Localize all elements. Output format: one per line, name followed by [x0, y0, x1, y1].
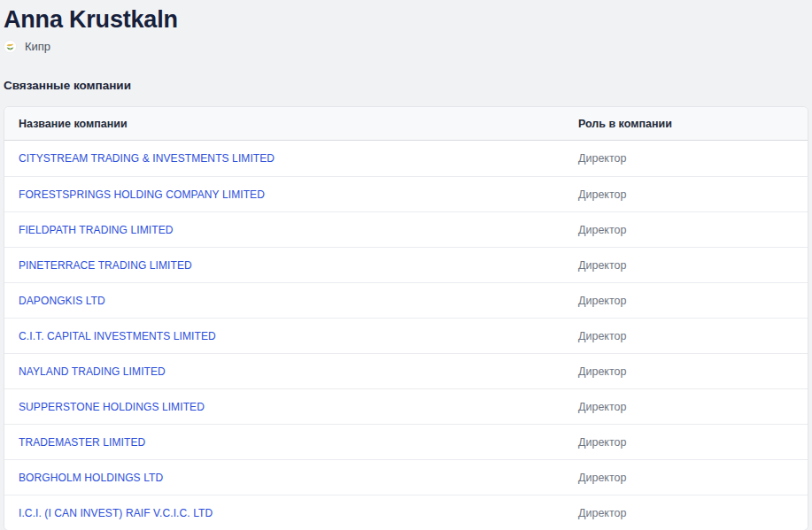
role-cell: Директор — [575, 295, 808, 307]
company-cell: SUPPERSTONE HOLDINGS LIMITED — [4, 401, 575, 413]
role-text: Директор — [578, 224, 626, 236]
company-cell: FORESTSPRINGS HOLDING COMPANY LIMITED — [4, 188, 575, 201]
table-header-row: Название компании Роль в компании — [4, 107, 808, 141]
company-link[interactable]: PINETERRACE TRADING LIMITED — [19, 259, 192, 272]
company-link[interactable]: TRADEMASTER LIMITED — [19, 436, 145, 449]
table-row: PINETERRACE TRADING LIMITEDДиректор — [4, 247, 808, 282]
role-cell: Директор — [575, 152, 808, 165]
section-title: Связанные компании — [4, 79, 808, 92]
company-link[interactable]: C.I.T. CAPITAL INVESTMENTS LIMITED — [19, 330, 216, 342]
table-row: TRADEMASTER LIMITEDДиректор — [4, 424, 808, 459]
company-link[interactable]: DAPONGKIS LTD — [19, 295, 105, 307]
role-cell: Директор — [575, 188, 808, 201]
company-link[interactable]: SUPPERSTONE HOLDINGS LIMITED — [19, 401, 205, 413]
role-cell: Директор — [575, 436, 808, 449]
role-cell: Директор — [575, 330, 808, 342]
role-text: Директор — [578, 507, 626, 519]
role-cell: Директор — [575, 365, 808, 378]
role-cell: Директор — [575, 472, 808, 484]
table-row: BORGHOLM HOLDINGS LTDДиректор — [4, 459, 808, 495]
company-link[interactable]: CITYSTREAM TRADING & INVESTMENTS LIMITED — [19, 152, 275, 165]
role-text: Директор — [578, 295, 626, 307]
related-companies-table: Название компании Роль в компании CITYST… — [4, 106, 808, 530]
company-link[interactable]: FORESTSPRINGS HOLDING COMPANY LIMITED — [19, 188, 265, 201]
role-cell: Директор — [575, 224, 808, 236]
table-body: CITYSTREAM TRADING & INVESTMENTS LIMITED… — [4, 141, 808, 530]
role-cell: Директор — [575, 259, 808, 272]
table-row: FORESTSPRINGS HOLDING COMPANY LIMITEDДир… — [4, 176, 808, 211]
company-cell: C.I.T. CAPITAL INVESTMENTS LIMITED — [4, 330, 575, 342]
cyprus-flag-icon — [4, 40, 17, 53]
company-cell: BORGHOLM HOLDINGS LTD — [4, 472, 575, 484]
company-link[interactable]: NAYLAND TRADING LIMITED — [19, 365, 166, 378]
column-header-company: Название компании — [4, 118, 575, 130]
company-cell: PINETERRACE TRADING LIMITED — [4, 259, 575, 272]
role-text: Директор — [578, 401, 626, 413]
role-text: Директор — [578, 152, 626, 165]
table-row: SUPPERSTONE HOLDINGS LIMITEDДиректор — [4, 388, 808, 424]
role-cell: Директор — [575, 401, 808, 413]
role-text: Директор — [578, 472, 626, 484]
table-row: FIELDPATH TRADING LIMITEDДиректор — [4, 211, 808, 247]
person-profile-page: Anna Krustkaln Кипр Связанные компании Н… — [0, 0, 812, 530]
country-label: Кипр — [25, 40, 50, 53]
company-cell: DAPONGKIS LTD — [4, 295, 575, 307]
role-text: Директор — [578, 330, 626, 342]
role-cell: Директор — [575, 507, 808, 519]
table-row: CITYSTREAM TRADING & INVESTMENTS LIMITED… — [4, 141, 808, 176]
column-header-role: Роль в компании — [575, 118, 808, 130]
company-link[interactable]: FIELDPATH TRADING LIMITED — [19, 224, 174, 236]
company-cell: NAYLAND TRADING LIMITED — [4, 365, 575, 378]
role-text: Директор — [578, 436, 626, 449]
company-link[interactable]: I.C.I. (I CAN INVEST) RAIF V.C.I.C. LTD — [19, 507, 213, 519]
table-row: I.C.I. (I CAN INVEST) RAIF V.C.I.C. LTDД… — [4, 495, 808, 530]
country-row: Кипр — [4, 39, 808, 53]
company-cell: FIELDPATH TRADING LIMITED — [4, 224, 575, 236]
role-text: Директор — [578, 259, 626, 272]
company-cell: I.C.I. (I CAN INVEST) RAIF V.C.I.C. LTD — [4, 507, 575, 519]
role-text: Директор — [578, 365, 626, 378]
table-row: NAYLAND TRADING LIMITEDДиректор — [4, 353, 808, 388]
company-link[interactable]: BORGHOLM HOLDINGS LTD — [19, 472, 163, 484]
company-cell: CITYSTREAM TRADING & INVESTMENTS LIMITED — [4, 152, 575, 165]
page-title: Anna Krustkaln — [4, 5, 808, 34]
table-row: C.I.T. CAPITAL INVESTMENTS LIMITEDДирект… — [4, 318, 808, 353]
company-cell: TRADEMASTER LIMITED — [4, 436, 575, 449]
table-row: DAPONGKIS LTDДиректор — [4, 282, 808, 318]
role-text: Директор — [578, 188, 626, 201]
